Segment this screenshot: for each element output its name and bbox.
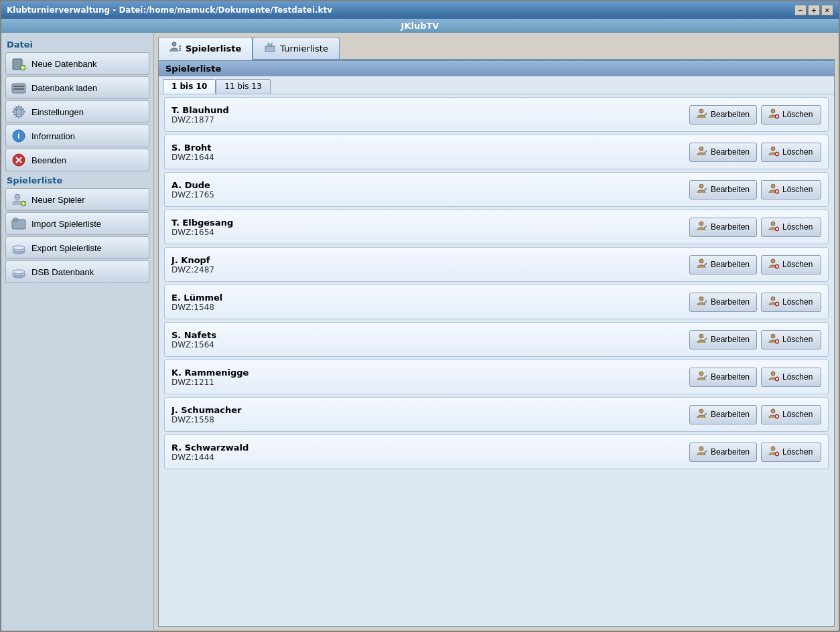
page-tabs: 1 bis 10 11 bis 13 bbox=[159, 76, 834, 94]
player-row: A. Dude DWZ:1765 Bearbeiten bbox=[164, 172, 829, 207]
player-info: S. Nafets DWZ:1564 bbox=[171, 330, 689, 349]
information-button[interactable]: i Information bbox=[5, 125, 149, 147]
loeschen-icon bbox=[768, 371, 779, 384]
datenbank-laden-label: Datenbank laden bbox=[31, 83, 97, 93]
svg-rect-32 bbox=[703, 112, 707, 116]
svg-point-85 bbox=[699, 447, 703, 451]
loeschen-button[interactable]: Löschen bbox=[761, 293, 821, 312]
svg-rect-18 bbox=[14, 218, 17, 221]
loeschen-button[interactable]: Löschen bbox=[761, 143, 821, 162]
svg-point-79 bbox=[699, 409, 703, 413]
player-info: A. Dude DWZ:1765 bbox=[171, 180, 689, 200]
loeschen-button[interactable]: Löschen bbox=[761, 180, 821, 200]
svg-rect-74 bbox=[703, 375, 707, 379]
information-icon: i bbox=[11, 129, 26, 143]
bearbeiten-button[interactable]: Bearbeiten bbox=[689, 368, 757, 387]
player-actions: Bearbeiten Löschen bbox=[689, 255, 821, 274]
player-actions: Bearbeiten Löschen bbox=[689, 218, 821, 237]
neue-datenbank-icon bbox=[11, 56, 26, 71]
svg-rect-6 bbox=[13, 88, 24, 90]
bearbeiten-button[interactable]: Bearbeiten bbox=[689, 105, 757, 125]
bearbeiten-button[interactable]: Bearbeiten bbox=[689, 330, 757, 349]
tab-turnierliste[interactable]: Turnierliste bbox=[253, 37, 340, 59]
player-row: J. Knopf DWZ:2487 Bearbeiten bbox=[164, 247, 829, 282]
bearbeiten-button[interactable]: Bearbeiten bbox=[689, 180, 757, 200]
loeschen-icon bbox=[768, 221, 779, 234]
loeschen-label: Löschen bbox=[782, 185, 813, 194]
svg-rect-56 bbox=[703, 262, 707, 266]
loeschen-icon bbox=[768, 183, 779, 196]
loeschen-icon bbox=[768, 446, 779, 459]
player-info: E. Lümmel DWZ:1548 bbox=[171, 293, 689, 312]
player-panel-header: Spielerliste bbox=[159, 61, 834, 76]
loeschen-icon bbox=[768, 108, 779, 121]
dsb-datenbank-button[interactable]: DSB Datenbank bbox=[5, 260, 149, 283]
close-button[interactable]: ✕ bbox=[821, 5, 833, 15]
bearbeiten-label: Bearbeiten bbox=[711, 222, 750, 232]
loeschen-button[interactable]: Löschen bbox=[761, 255, 821, 274]
loeschen-label: Löschen bbox=[782, 147, 813, 157]
svg-point-7 bbox=[16, 109, 21, 114]
neuer-spieler-button[interactable]: Neuer Spieler bbox=[5, 188, 149, 211]
datenbank-laden-button[interactable]: Datenbank laden bbox=[5, 76, 149, 99]
bearbeiten-button[interactable]: Bearbeiten bbox=[689, 218, 757, 237]
loeschen-button[interactable]: Löschen bbox=[761, 405, 821, 424]
neue-datenbank-label: Neue Datenbank bbox=[31, 59, 97, 69]
einstellungen-label: Einstellungen bbox=[31, 107, 84, 117]
svg-point-25 bbox=[172, 42, 176, 46]
bearbeiten-label: Bearbeiten bbox=[711, 260, 750, 269]
svg-point-13 bbox=[15, 194, 20, 200]
beenden-button[interactable]: Beenden bbox=[5, 149, 149, 171]
loeschen-label: Löschen bbox=[782, 297, 813, 307]
loeschen-icon bbox=[768, 296, 779, 309]
bearbeiten-label: Bearbeiten bbox=[711, 335, 750, 344]
loeschen-label: Löschen bbox=[782, 410, 813, 419]
bearbeiten-label: Bearbeiten bbox=[711, 447, 750, 457]
svg-point-39 bbox=[771, 147, 775, 151]
page-tab-1[interactable]: 1 bis 10 bbox=[163, 79, 216, 94]
loeschen-button[interactable]: Löschen bbox=[761, 218, 821, 237]
bearbeiten-button[interactable]: Bearbeiten bbox=[689, 405, 757, 424]
export-spielerliste-icon bbox=[11, 240, 26, 255]
player-name: T. Blauhund bbox=[171, 105, 689, 115]
loeschen-button[interactable]: Löschen bbox=[761, 330, 821, 349]
player-name: K. Rammenigge bbox=[171, 368, 689, 378]
player-dwz: DWZ:1564 bbox=[171, 340, 689, 349]
import-spielerliste-button[interactable]: Import Spielerliste bbox=[5, 212, 149, 235]
window-controls: − + ✕ bbox=[794, 5, 833, 15]
svg-point-81 bbox=[771, 409, 775, 413]
tab-spielerliste[interactable]: Spielerliste bbox=[158, 37, 253, 60]
page-tab-2[interactable]: 11 bis 13 bbox=[216, 79, 270, 94]
player-name: J. Schumacher bbox=[171, 405, 689, 415]
loeschen-icon bbox=[768, 408, 779, 421]
svg-rect-62 bbox=[703, 300, 707, 304]
loeschen-button[interactable]: Löschen bbox=[761, 368, 821, 387]
svg-point-57 bbox=[771, 259, 775, 263]
einstellungen-icon bbox=[11, 104, 26, 119]
svg-rect-29 bbox=[265, 46, 275, 52]
bearbeiten-button[interactable]: Bearbeiten bbox=[689, 143, 757, 162]
maximize-button[interactable]: + bbox=[808, 5, 820, 15]
turnierliste-tab-icon bbox=[264, 41, 276, 56]
bearbeiten-button[interactable]: Bearbeiten bbox=[689, 293, 757, 312]
player-row: R. Schwarzwald DWZ:1444 Bearbeiten bbox=[164, 434, 829, 469]
beenden-icon bbox=[11, 153, 26, 167]
neue-datenbank-button[interactable]: Neue Datenbank bbox=[5, 52, 149, 75]
bearbeiten-label: Bearbeiten bbox=[711, 185, 750, 194]
minimize-button[interactable]: − bbox=[794, 5, 807, 15]
bearbeiten-label: Bearbeiten bbox=[711, 297, 750, 307]
loeschen-button[interactable]: Löschen bbox=[761, 443, 821, 462]
export-spielerliste-button[interactable]: Export Spielerliste bbox=[5, 236, 149, 259]
player-dwz: DWZ:1444 bbox=[171, 453, 689, 462]
beenden-label: Beenden bbox=[31, 155, 66, 165]
loeschen-button[interactable]: Löschen bbox=[761, 105, 821, 125]
einstellungen-button[interactable]: Einstellungen bbox=[5, 100, 149, 123]
player-dwz: DWZ:2487 bbox=[171, 265, 689, 274]
dsb-datenbank-icon bbox=[11, 264, 26, 279]
loeschen-icon bbox=[768, 333, 779, 346]
tab-spielerliste-label: Spielerliste bbox=[186, 44, 241, 54]
import-spielerliste-icon bbox=[11, 216, 26, 231]
bearbeiten-button[interactable]: Bearbeiten bbox=[689, 443, 757, 462]
bearbeiten-button[interactable]: Bearbeiten bbox=[689, 255, 757, 274]
loeschen-icon bbox=[768, 258, 779, 271]
